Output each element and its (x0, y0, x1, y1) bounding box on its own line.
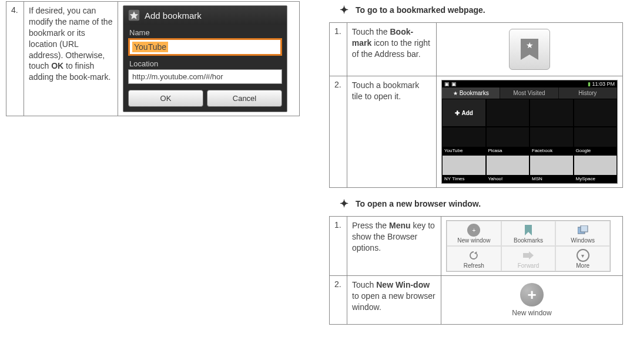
bookmarks-screen-cell: ▣ ▣ ▮ 11:03 PM ★Bookmarks Most Visited H… (437, 76, 623, 188)
new-window-option[interactable]: + New window (446, 279, 618, 321)
bookmark-button[interactable]: ★ (509, 29, 550, 70)
add-label: Add (462, 110, 473, 116)
plus-circle-icon: + (520, 283, 544, 306)
dialog-title: Add bookmark (145, 11, 202, 21)
left-table: 4. If desired, you can modify the name o… (6, 1, 300, 116)
opt-windows[interactable]: Windows (555, 221, 610, 246)
r-step4-bold: New Win-dow (376, 280, 430, 289)
bookmark-tile[interactable] (574, 99, 618, 127)
bookmark-tile[interactable]: YouTube (442, 127, 486, 155)
r-step1-text: Touch the Book-mark icon to the right of… (347, 23, 436, 76)
location-label: Location (123, 56, 287, 69)
r-step2-num: 2. (330, 76, 347, 188)
bookmark-tile[interactable]: MySpace (574, 155, 618, 183)
forward-icon (522, 249, 535, 262)
opt-new-window[interactable]: + New window (447, 221, 501, 246)
bookmark-tile[interactable]: Yahoo! (486, 155, 530, 183)
r-step4-post: to open a new browser window. (352, 291, 435, 312)
name-input-value: YouTube (132, 42, 168, 52)
ok-button[interactable]: OK (128, 90, 203, 107)
add-bookmark-dialog-cell: Add bookmark Name YouTube Location (118, 2, 300, 116)
bookmark-ribbon-icon: ★ (521, 39, 538, 60)
right-table-1: 1. Touch the Book-mark icon to the right… (329, 22, 623, 188)
r-step3-text: Press the Menu key to show the Browser o… (347, 217, 441, 276)
dialog-header: Add bookmark (123, 6, 287, 25)
browser-options-cell: + New window Bookmarks (441, 217, 623, 276)
plus-icon: ✦ (340, 4, 349, 16)
name-label: Name (123, 25, 287, 38)
bookmarks-tabs: ★Bookmarks Most Visited History (442, 87, 617, 99)
svg-rect-4 (581, 225, 588, 232)
status-bar: ▣ ▣ ▮ 11:03 PM (442, 80, 617, 87)
new-window-icon-cell: + New window (441, 276, 623, 325)
section-head-2-text: To open a new browser window. (356, 199, 481, 208)
step4-text: If desired, you can modify the name of t… (24, 2, 118, 116)
bookmark-icon (522, 224, 535, 237)
location-input[interactable] (128, 69, 282, 84)
r-step4-text: Touch New Win-dow to open a new browser … (347, 276, 441, 325)
name-input[interactable]: YouTube (128, 38, 282, 56)
r-step4-num: 2. (330, 276, 347, 325)
bookmark-tile[interactable] (486, 99, 530, 127)
step4-number: 4. (6, 2, 24, 116)
r-step3-bold: Menu (389, 221, 411, 230)
r-step2-text: Touch a bookmark tile to open it. (347, 76, 436, 188)
r-step4-pre: Touch (352, 280, 376, 289)
status-right: ▮ 11:03 PM (588, 81, 615, 87)
right-table-2: 1. Press the Menu key to show the Browse… (329, 216, 623, 325)
bookmark-icon-cell: ★ (437, 23, 623, 76)
opt-refresh[interactable]: Refresh (447, 246, 501, 271)
section-head-goto-bookmark: ✦ To go to a bookmarked webpage. (340, 4, 623, 16)
bookmark-tile[interactable]: Picasa (486, 127, 530, 155)
svg-marker-5 (474, 251, 477, 254)
tab-bookmarks[interactable]: ★Bookmarks (442, 87, 500, 99)
status-icons: ▣ ▣ (444, 81, 457, 87)
plus-icon: ✦ (340, 197, 349, 210)
bookmark-star-icon: ★ (526, 41, 534, 50)
windows-icon (577, 224, 589, 237)
star-icon (128, 9, 140, 21)
bookmarks-screen: ▣ ▣ ▮ 11:03 PM ★Bookmarks Most Visited H… (441, 80, 618, 184)
refresh-icon (467, 249, 480, 262)
opt-bookmarks[interactable]: Bookmarks (501, 221, 556, 246)
add-bookmark-dialog: Add bookmark Name YouTube Location (123, 5, 287, 112)
bookmarks-grid: ✚ Add YouTube Picasa Facebook Google NY … (442, 99, 617, 183)
chevron-down-icon: ▾ (577, 249, 589, 262)
opt-more[interactable]: ▾ More (555, 246, 610, 271)
section-head-1-text: To go to a bookmarked webpage. (356, 5, 485, 15)
bookmark-tile[interactable]: NY Times (442, 155, 486, 183)
new-window-label: New window (512, 309, 551, 317)
svg-marker-6 (523, 251, 534, 259)
section-head-new-window: ✦ To open a new browser window. (340, 197, 623, 210)
bookmark-tile[interactable]: Google (574, 127, 618, 155)
plus-circle-icon: + (467, 224, 480, 237)
add-bookmark-tile[interactable]: ✚ Add (442, 99, 486, 127)
bookmark-tile[interactable]: MSN (530, 155, 574, 183)
tab-most-visited[interactable]: Most Visited (500, 87, 558, 99)
add-icon: ✚ (455, 110, 460, 116)
bookmark-tile[interactable]: Facebook (530, 127, 574, 155)
status-time: 11:03 PM (592, 81, 615, 87)
r-step3-pre: Press the (352, 221, 389, 230)
tab-history[interactable]: History (559, 87, 617, 99)
bookmark-tile[interactable] (530, 99, 574, 127)
svg-marker-2 (525, 225, 532, 235)
step4-bold: OK (51, 61, 63, 70)
r-step1-pre: Touch the (352, 27, 390, 36)
opt-forward[interactable]: Forward (501, 246, 556, 271)
browser-options: + New window Bookmarks (446, 220, 611, 272)
left-column: 4. If desired, you can modify the name o… (6, 1, 300, 334)
r-step1-num: 1. (330, 23, 347, 76)
r-step3-num: 1. (330, 217, 347, 276)
cancel-button[interactable]: Cancel (207, 90, 282, 107)
right-column: ✦ To go to a bookmarked webpage. 1. Touc… (329, 1, 623, 334)
